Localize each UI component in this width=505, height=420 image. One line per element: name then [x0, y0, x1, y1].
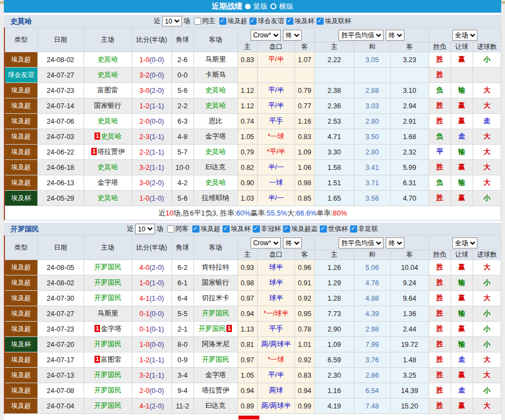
scope-select[interactable]: 全场: [452, 30, 478, 41]
cell-home-team: 史莫哈: [84, 191, 132, 206]
filters: 近 10 场 同主 埃及超球会友谊埃及杯埃及联杯: [154, 16, 351, 26]
avg-final-select[interactable]: 终: [386, 237, 404, 248]
cell-league: 埃及超: [4, 322, 37, 337]
cell-result: 胜: [429, 52, 451, 68]
league-filter[interactable]: 球会友谊: [249, 16, 284, 26]
league-filter[interactable]: 埃及杯: [286, 16, 314, 26]
cell-score: 3-2(0-0): [132, 68, 171, 83]
cell-handicap: 两/两球半: [257, 399, 295, 414]
cell-home-team: 开罗国民: [84, 291, 132, 306]
match-row: 埃及超24-06-18史莫哈3-2(1-1)10-0El达克0.82半/一1.0…: [4, 160, 501, 175]
league-filter[interactable]: 埃及杯: [223, 224, 251, 234]
odds-final-select[interactable]: 终: [283, 237, 302, 248]
cell-odds-away: 0.92: [295, 352, 314, 368]
cell-date: 24-07-06: [37, 114, 84, 129]
cell-goals: 走: [473, 114, 501, 129]
vertical-layout-label[interactable]: 竖版: [253, 2, 268, 12]
league-checkbox[interactable]: [283, 225, 290, 233]
league-filter[interactable]: 世俱杯: [320, 224, 348, 234]
cell-corners: 2-1: [171, 322, 193, 337]
cell-cover: 赢: [451, 114, 473, 129]
page-title: 近期战绩: [212, 2, 242, 12]
vertical-layout-radio[interactable]: [245, 4, 251, 9]
league-checkbox[interactable]: [317, 18, 324, 25]
cell-avg-win: 1.29: [314, 275, 354, 291]
cell-odds-away: 0.83: [295, 129, 314, 145]
cell-avg-win: 1.16: [314, 383, 354, 399]
cell-avg-win: 4.71: [314, 129, 354, 145]
cell-odds-away: 0.94: [295, 383, 314, 399]
avg-final-select[interactable]: 终: [386, 30, 404, 41]
same-venue-checkbox[interactable]: [194, 18, 201, 25]
odds-company-select[interactable]: Crow*: [251, 237, 281, 248]
cell-handicap: 平手: [257, 322, 295, 337]
league-checkbox[interactable]: [223, 225, 230, 233]
cell-corners: 5-5: [171, 306, 193, 322]
cell-away-team: 阿洛米尼: [193, 337, 237, 352]
same-venue-checkbox[interactable]: [167, 225, 174, 233]
league-filter[interactable]: 埃及超: [219, 16, 247, 26]
league-filter[interactable]: 埃及超: [192, 224, 220, 234]
league-checkbox[interactable]: [286, 18, 293, 25]
cell-league: 埃及超: [4, 98, 37, 114]
league-filter[interactable]: 埃及联杯: [317, 16, 351, 26]
cell-goals: 大: [473, 145, 501, 160]
league-checkbox[interactable]: [253, 225, 260, 233]
cell-avg-draw: 3.03: [354, 98, 390, 114]
horizontal-layout-radio[interactable]: [270, 3, 276, 9]
cell-odds-home: 1.13: [237, 322, 257, 337]
red-card-badge: 1: [95, 132, 100, 140]
league-checkbox[interactable]: [350, 225, 357, 233]
cell-avg-draw: 7.99: [354, 337, 390, 352]
cell-odds-home: 1.12: [237, 83, 257, 98]
league-checkbox[interactable]: [249, 18, 257, 25]
cell-result: 胜: [429, 260, 451, 275]
odds-company-select[interactable]: Crow*: [251, 30, 281, 41]
cell-corners: 5-7: [171, 145, 193, 160]
same-venue-label: 同主: [202, 16, 215, 26]
col-type: 类型: [4, 28, 37, 52]
cell-away-team: 肯特拉特: [193, 260, 237, 275]
cell-odds-away: 0.98: [295, 175, 314, 191]
league-checkbox[interactable]: [192, 225, 199, 233]
col-score: 比分(半场): [132, 236, 171, 260]
content-area: 近期战绩 竖版 横版 史莫哈 近 10 场 同主 埃及超球会友谊埃及杯埃及联杯: [4, 0, 501, 420]
cell-date: 24-07-03: [37, 129, 84, 145]
cell-league: 埃及超: [4, 291, 37, 306]
cell-avg-draw: [354, 68, 390, 83]
cell-score: 1-0(1-0): [132, 275, 171, 291]
league-checkbox[interactable]: [320, 225, 327, 233]
cutoff-red-fragment: [238, 416, 259, 419]
match-count-select[interactable]: 10: [162, 16, 182, 26]
cell-odds-home: 0.89: [237, 399, 257, 414]
cell-cover: 走: [451, 383, 473, 399]
avg-group-header: 胜平负均值终: [314, 28, 429, 42]
avg-select[interactable]: 胜平负均值: [338, 237, 384, 248]
cell-avg-win: 1.51: [314, 175, 354, 191]
match-row: 埃及超24-07-08开罗国民2-0(0-0)9-4塔拉贾伊0.94两球0.94…: [4, 383, 501, 399]
league-filter[interactable]: 非足联: [350, 224, 378, 234]
col-home: 主场: [84, 236, 132, 260]
horizontal-layout-label[interactable]: 横版: [279, 2, 293, 12]
cell-handicap: [257, 68, 295, 83]
cell-home-team: 金字塔: [84, 175, 132, 191]
league-filter[interactable]: 非冠杯: [253, 224, 281, 234]
cell-avg-lose: 10.04: [390, 260, 429, 275]
red-card-badge: 1: [226, 325, 232, 332]
league-label: 埃及联杯: [325, 16, 351, 26]
scope-select[interactable]: 全场: [452, 237, 478, 248]
league-filter[interactable]: 埃及超盃: [283, 224, 318, 234]
cell-odds-away: 0.99: [295, 399, 314, 414]
avg-select[interactable]: 胜平负均值: [338, 30, 384, 41]
cell-corners: 6-1: [171, 275, 193, 291]
league-checkbox[interactable]: [219, 18, 226, 25]
cell-home-team: 1金字塔: [84, 322, 132, 337]
odds-final-select[interactable]: 终: [283, 30, 302, 41]
same-venue-filter[interactable]: 同客: [167, 224, 188, 234]
match-count-select[interactable]: 10: [135, 224, 155, 234]
cell-league: 埃及超: [4, 306, 37, 322]
col-odds-home: 主: [237, 42, 257, 52]
cell-away-team: 开罗国民: [193, 352, 237, 368]
same-venue-filter[interactable]: 同主: [194, 16, 215, 26]
col-away: 客场: [193, 28, 237, 52]
